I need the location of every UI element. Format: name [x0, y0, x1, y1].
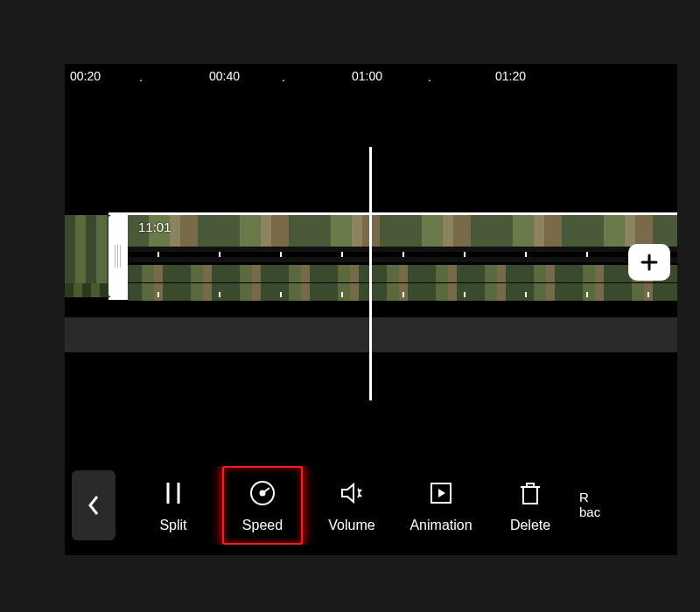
ruler-tick: 00:20	[70, 69, 101, 83]
clip-trim-handle-left[interactable]	[108, 215, 128, 297]
delete-tool[interactable]: Delete	[490, 466, 570, 545]
plus-icon	[639, 252, 660, 273]
speed-tool[interactable]: Speed	[222, 466, 303, 545]
split-tool[interactable]: Split	[133, 466, 214, 545]
animation-tool[interactable]: Animation	[401, 466, 481, 545]
tool-label: Speed	[242, 518, 283, 533]
timeline[interactable]: 11:01	[65, 90, 677, 457]
ruler-tick: 01:20	[495, 69, 526, 83]
video-editor: 00:20 · 00:40 · 01:00 · 01:20 11:01	[65, 64, 677, 555]
chevron-left-icon	[87, 494, 101, 517]
clip-thumbnail	[65, 283, 108, 297]
time-ruler[interactable]: 00:20 · 00:40 · 01:00 · 01:20	[65, 64, 677, 90]
tool-label: Volume	[328, 518, 374, 533]
clip-thumbnail-row	[128, 215, 677, 247]
tool-label: Split	[159, 518, 186, 533]
ruler-dot: ·	[428, 73, 431, 87]
clip-duration-label: 11:01	[138, 219, 172, 234]
back-button[interactable]	[72, 470, 116, 540]
remove-background-tool[interactable]: R bac	[579, 466, 611, 545]
tool-row: Split Speed Volume Animation	[133, 466, 677, 545]
clip-thumbnail-row	[128, 265, 677, 282]
ruler-tick: 00:40	[209, 69, 240, 83]
ruler-tick: 01:00	[352, 69, 382, 83]
clip-marker-row	[128, 292, 677, 297]
trash-icon	[514, 477, 546, 509]
tool-label: R bac	[579, 490, 600, 519]
tool-label: Delete	[510, 518, 550, 533]
speedometer-icon	[247, 477, 278, 509]
svg-point-1	[261, 490, 265, 495]
ruler-dot: ·	[139, 73, 143, 87]
split-icon	[158, 477, 189, 509]
animation-icon	[425, 477, 457, 509]
clip-marker-row	[128, 257, 677, 262]
tool-label: Animation	[410, 518, 472, 533]
volume-icon	[336, 477, 368, 509]
edit-toolbar: Split Speed Volume Animation	[65, 455, 677, 555]
volume-tool[interactable]: Volume	[312, 466, 392, 545]
add-clip-button[interactable]	[628, 244, 670, 281]
ruler-dot: ·	[282, 73, 285, 87]
playhead[interactable]	[369, 147, 372, 400]
